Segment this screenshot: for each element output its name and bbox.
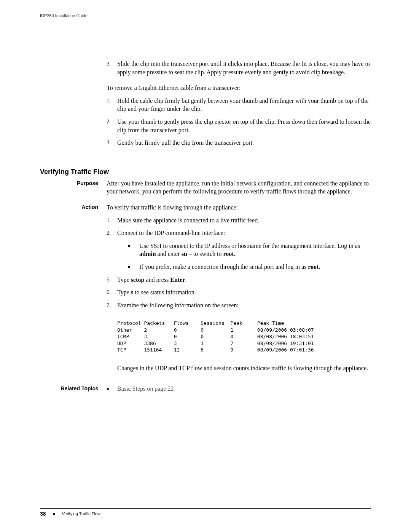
text: and press [144, 276, 170, 283]
list-item: Hold the cable clip firmly but gently be… [107, 97, 371, 113]
intro-steps-continued: Slide the clip into the transceiver port… [107, 60, 371, 76]
sub-bullets: Use SSH to connect to the IP address or … [128, 242, 371, 271]
section-heading: Verifying Traffic Flow [40, 168, 371, 177]
bullet-icon: ■ [107, 385, 109, 391]
step-text: Connect to the IDP command-line interfac… [117, 230, 225, 236]
text: Type [117, 289, 131, 296]
action-label: Action [40, 203, 107, 377]
header-title: IDP250 Installation Guide [40, 13, 371, 18]
bullet-icon: ■ [53, 512, 55, 516]
page-number: 38 [40, 511, 46, 517]
list-item: Connect to the IDP command-line interfac… [107, 229, 371, 271]
list-item: If you prefer, make a connection through… [128, 263, 371, 271]
text: Use SSH to connect to the IP address or … [139, 243, 360, 249]
purpose-label: Purpose [40, 179, 107, 196]
list-item: Make sure the appliance is connected to … [107, 216, 371, 225]
bold-text: root [223, 251, 234, 257]
text: and enter [156, 251, 182, 257]
bold-text: root [308, 264, 319, 270]
page-footer: 38 ■ Verifying Traffic Flow [40, 508, 371, 517]
list-item: Gently but firmly pull the clip from the… [107, 139, 371, 147]
terminal-output: Protocol Packets Flows Sessions Peak Pea… [117, 320, 371, 353]
list-item: Use your thumb to gently press the clip … [107, 118, 371, 134]
text: to switch to [192, 251, 223, 257]
text: to see status information. [133, 289, 196, 296]
action-note: Changes in the UDP and TCP flow and sess… [117, 364, 371, 372]
list-item: Slide the clip into the transceiver port… [107, 60, 371, 76]
footer-section-name: Verifying Traffic Flow [62, 511, 100, 516]
remove-steps: Hold the cable clip firmly but gently be… [107, 97, 371, 147]
bold-text: su – [182, 251, 192, 257]
list-item: Type sctop and press Enter. [107, 276, 371, 284]
action-intro: To verify that traffic is flowing throug… [107, 203, 371, 212]
bold-text: Enter [170, 276, 185, 283]
text: If you prefer, make a connection through… [139, 264, 308, 270]
list-item: Examine the following information on the… [107, 301, 371, 310]
text: . [319, 264, 320, 270]
related-link[interactable]: Basic Steps on page 22 [117, 385, 174, 393]
action-steps: Make sure the appliance is connected to … [107, 216, 371, 310]
bold-text: admin [139, 251, 156, 257]
text: . [185, 276, 186, 283]
text: . [234, 251, 236, 257]
list-item: Use SSH to connect to the IP address or … [128, 242, 371, 258]
related-label: Related Topics [40, 385, 107, 393]
list-item: Type s to see status information. [107, 288, 371, 297]
purpose-text: After you have installed the appliance, … [107, 179, 371, 196]
remove-intro: To remove a Gigabit Ethernet cable from … [107, 84, 371, 92]
text: Type [117, 276, 131, 283]
bold-text: sctop [131, 276, 145, 283]
